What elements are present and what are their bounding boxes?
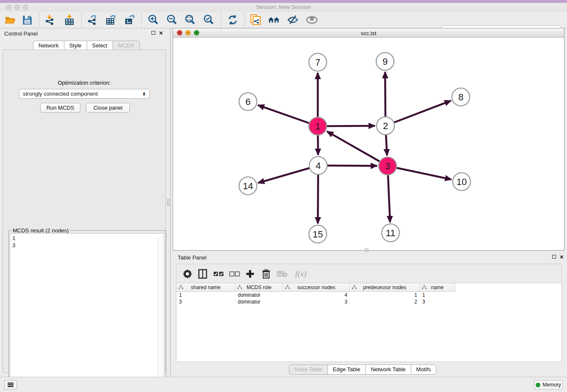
- memory-button[interactable]: Memory: [534, 380, 563, 389]
- main-toolbar: [0, 12, 567, 28]
- float-table-panel-icon[interactable]: [552, 255, 556, 259]
- column-header-label: shared name: [191, 284, 220, 290]
- table-cell[interactable]: 2: [350, 298, 420, 305]
- memory-status-icon: [536, 383, 540, 387]
- horizontal-divider-grip[interactable]: [365, 248, 369, 252]
- result-scrollbar-track[interactable]: [158, 237, 163, 392]
- table-toolbar: f(x): [176, 264, 562, 283]
- mcds-result-title: MCDS result (2 nodes): [11, 227, 70, 234]
- panel-divider-grip[interactable]: [167, 199, 171, 206]
- graph-node-label: 3: [385, 161, 390, 171]
- delete-table-icon: [275, 267, 289, 281]
- task-history-button[interactable]: [4, 380, 17, 389]
- duplicate-network-icon[interactable]: [249, 13, 262, 27]
- tab-node-table[interactable]: Node Table: [289, 364, 328, 375]
- float-panel-icon[interactable]: [151, 31, 155, 35]
- table-row[interactable]: 1dominator411: [176, 292, 455, 298]
- table-row[interactable]: 3dominator323: [176, 298, 455, 305]
- toolbar-separator: [221, 13, 221, 27]
- table-cell[interactable]: 1: [176, 292, 235, 298]
- table-cell[interactable]: dominator: [235, 292, 283, 298]
- network-window-title: scc.txt: [173, 30, 564, 36]
- tab-motifs[interactable]: Motifs: [411, 364, 437, 375]
- column-header-label: successor nodes: [297, 284, 335, 290]
- column-header-MCDS-role[interactable]: MCDS role: [235, 283, 283, 291]
- network-canvas[interactable]: 7968124314101511: [173, 38, 564, 251]
- hide-eye-icon[interactable]: [286, 13, 300, 27]
- toolbar-separator: [141, 13, 142, 27]
- settings-gear-icon[interactable]: [181, 267, 194, 281]
- import-network-icon[interactable]: [43, 13, 57, 27]
- table-panel: Table Panel ×: [173, 253, 567, 377]
- add-column-icon[interactable]: [243, 267, 257, 281]
- save-session-icon[interactable]: [20, 13, 34, 27]
- mcds-result-textarea[interactable]: 1 3: [10, 233, 164, 391]
- column-header-predecessor-nodes[interactable]: predecessor nodes: [350, 283, 420, 291]
- graph-node-label: 11: [386, 228, 396, 238]
- optimization-criterion-select[interactable]: strongly connected component ▲▼: [19, 89, 150, 99]
- graph-node-label: 4: [316, 160, 321, 171]
- node-table[interactable]: shared nameMCDS rolesuccessor nodesprede…: [176, 283, 562, 362]
- network-view-window: × − + scc.txt 7968124314101511: [173, 28, 564, 251]
- close-table-panel-icon[interactable]: ×: [560, 255, 564, 259]
- result-line: 1: [12, 235, 162, 242]
- zoom-selected-icon[interactable]: [202, 13, 215, 27]
- network-window-titlebar[interactable]: × − + scc.txt: [173, 28, 564, 38]
- export-network-icon[interactable]: [85, 13, 99, 27]
- title-bar: Session: New Session: [0, 0, 567, 12]
- zoom-in-icon[interactable]: [146, 13, 160, 27]
- table-cell[interactable]: 1: [420, 292, 455, 298]
- graph-edge-1-6[interactable]: [258, 105, 318, 126]
- toolbar-separator: [81, 13, 82, 27]
- table-cell[interactable]: 3: [420, 298, 455, 305]
- open-folder-icon[interactable]: [3, 13, 17, 27]
- selected-option-label: strongly connected component: [23, 91, 98, 97]
- table-panel-buttons: ×: [552, 255, 564, 259]
- mcds-result-group: MCDS result (2 nodes) 1 3: [8, 230, 166, 392]
- zoom-fit-icon[interactable]: [183, 13, 197, 27]
- result-line: 3: [12, 242, 162, 249]
- column-header-label: name: [431, 284, 443, 290]
- column-header-shared-name[interactable]: shared name: [176, 283, 235, 291]
- column-header-name[interactable]: name: [420, 283, 455, 291]
- close-panel-button[interactable]: Close panel: [86, 103, 130, 113]
- table-cell[interactable]: 3: [283, 298, 350, 305]
- graph-edge-3-10[interactable]: [388, 166, 451, 179]
- list-icon: [7, 382, 14, 388]
- delete-column-icon[interactable]: [259, 267, 273, 281]
- table-cell[interactable]: dominator: [235, 298, 283, 305]
- zoom-out-icon[interactable]: [165, 13, 179, 27]
- export-image-icon[interactable]: [123, 13, 136, 27]
- table-cell[interactable]: 1: [350, 292, 420, 298]
- run-mcds-button[interactable]: Run MCDS: [40, 103, 80, 113]
- table-tabs: Node Table Edge Table Network Table Moti…: [289, 364, 436, 375]
- graph-node-label: 2: [383, 121, 388, 131]
- memory-label: Memory: [542, 382, 561, 388]
- graph-node-label: 8: [458, 92, 463, 102]
- function-builder-icon: f(x): [292, 267, 310, 281]
- control-panel: Control Panel × Network Style Select MCD…: [0, 28, 168, 377]
- graph-node-label: 15: [313, 229, 323, 240]
- control-panel-buttons: ×: [151, 31, 163, 35]
- import-table-icon[interactable]: [63, 13, 76, 27]
- column-visibility-icon[interactable]: [196, 267, 209, 281]
- refresh-layout-icon[interactable]: [226, 13, 239, 27]
- deselect-all-checkboxes-icon[interactable]: [228, 267, 242, 281]
- home-layouts-icon[interactable]: [267, 13, 281, 27]
- table-cell[interactable]: 4: [283, 292, 350, 298]
- tab-network-table[interactable]: Network Table: [365, 364, 410, 375]
- window-title: Session: New Session: [0, 4, 567, 10]
- close-panel-icon[interactable]: ×: [159, 31, 163, 35]
- graph-edge-3-1[interactable]: [327, 131, 388, 166]
- column-header-successor-nodes[interactable]: successor nodes: [283, 283, 350, 291]
- column-header-label: MCDS role: [247, 284, 272, 290]
- table-cell[interactable]: 3: [176, 298, 235, 305]
- graph-node-label: 1: [315, 121, 320, 132]
- export-table-icon[interactable]: [104, 13, 118, 27]
- table-panel-title: Table Panel: [178, 254, 206, 261]
- graph-edge-2-8[interactable]: [385, 101, 451, 126]
- select-all-checkboxes-icon[interactable]: [212, 267, 226, 281]
- select-chevrons-icon: ▲▼: [142, 92, 146, 96]
- tab-edge-table[interactable]: Edge Table: [328, 364, 366, 375]
- show-eye-icon[interactable]: [305, 13, 319, 27]
